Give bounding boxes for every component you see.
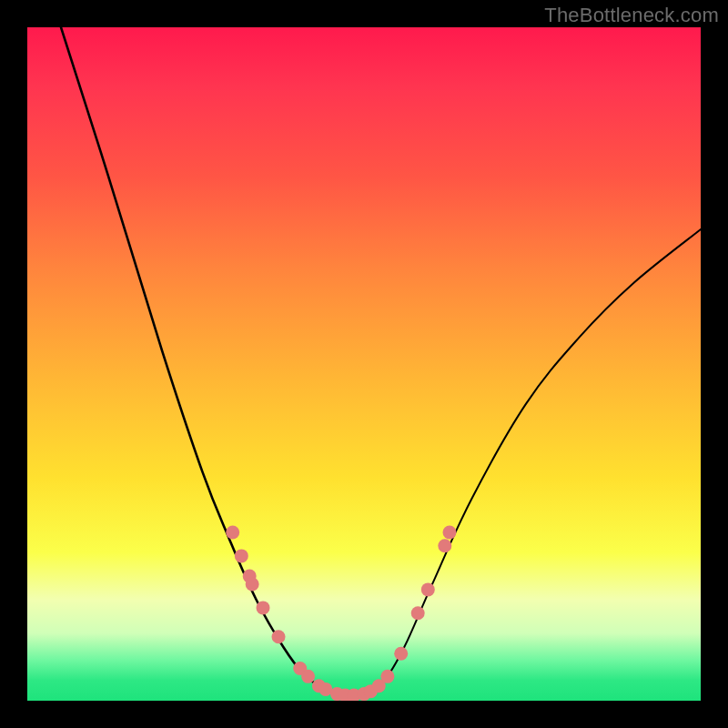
scatter-point [257, 601, 270, 614]
curve-right-curve [344, 229, 701, 695]
scatter-point [235, 549, 248, 562]
scatter-point [442, 526, 456, 540]
scatter-point [438, 539, 451, 552]
scatter-point [411, 606, 425, 620]
curve-group [61, 27, 701, 695]
chart-frame: TheBottleneck.com [0, 0, 728, 728]
scatter-point [246, 577, 259, 591]
scatter-point [272, 630, 286, 643]
plot-area [27, 27, 701, 701]
scatter-point [421, 582, 435, 596]
curve-left-curve [61, 27, 344, 695]
watermark-text: TheBottleneck.com [544, 4, 719, 27]
chart-svg [27, 27, 701, 701]
scatter-point [380, 670, 394, 683]
scatter-point [394, 647, 408, 661]
scatter-group [226, 526, 456, 702]
scatter-point [301, 670, 315, 683]
scatter-point [226, 526, 239, 540]
